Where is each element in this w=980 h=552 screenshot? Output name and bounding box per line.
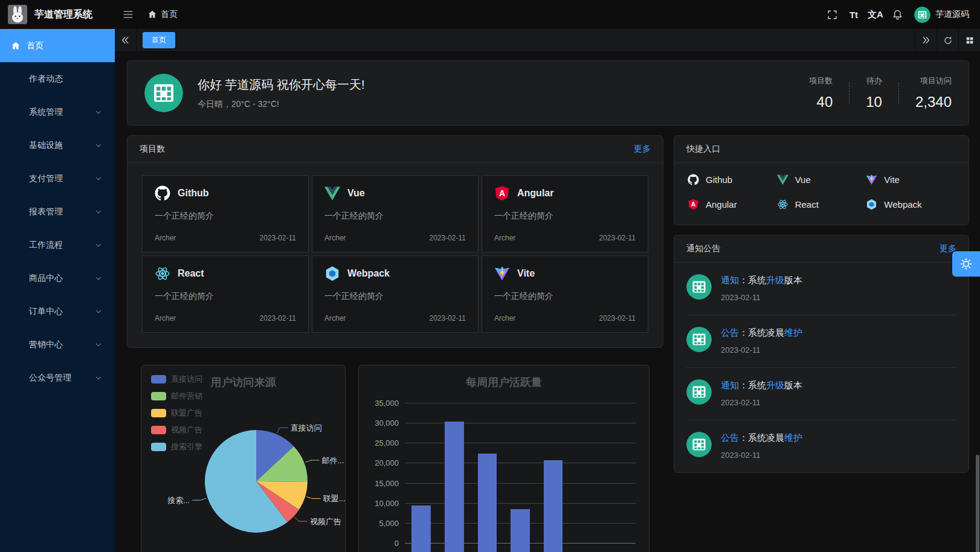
sidebar-item-marketing-center[interactable]: 营销中心 [0,328,115,361]
refresh-icon[interactable] [936,29,958,52]
bar-slot [405,419,438,552]
project-card-react[interactable]: React 一个正经的简介 Archer2023-02-11 [142,255,309,333]
legend-label: 搜索引擎 [171,441,202,452]
project-desc: 一个正经的简介 [494,291,636,302]
chevron-down-icon [94,274,103,283]
settings-drawer-button[interactable] [952,251,980,277]
project-name: Angular [517,188,553,199]
y-tick-label: 0 [395,539,399,548]
react-icon [155,266,170,281]
scrollbar-thumb[interactable] [976,455,979,552]
notice-item[interactable]: 公告：系统凌晨维护 2023-02-11 [686,315,956,367]
charts-row: 用户访问来源 直接访问邮件营销联盟广告视频广告搜索引擎 直接访问邮件...联盟.… [141,365,650,552]
locale-icon[interactable]: 文A [865,0,886,29]
notice-title: 公告：系统凌晨维护 [721,327,802,339]
fullscreen-icon[interactable] [821,0,843,29]
angular-icon [688,199,699,210]
sidebar-item-system-mgmt[interactable]: 系统管理 [0,95,115,129]
sidebar: 首页 作者动态 系统管理 基础设施 支付管理 报表管理 工作流程 [0,29,115,552]
legend-label: 直接访问 [171,374,202,385]
legend-item[interactable]: 联盟广告 [151,408,202,419]
panel-title: 通知公告 [686,243,720,254]
content-columns: 项目数 更多 Github 一个正经的简介 Archer2023-02-11 [127,135,969,552]
project-desc: 一个正经的简介 [155,211,296,222]
pie-chart-legend[interactable]: 直接访问邮件营销联盟广告视频广告搜索引擎 [151,374,202,458]
shortcut-vite[interactable]: Vite [866,174,955,185]
gridline [405,403,636,403]
notice-date: 2023-02-11 [721,451,802,460]
project-card-angular[interactable]: Angular 一个正经的简介 Archer2023-02-11 [482,175,648,252]
bar-slot [504,419,537,552]
breadcrumb[interactable]: 首页 [147,9,178,20]
user-menu[interactable]: 芋道源码 [914,7,969,23]
panel-title: 项目数 [140,144,165,155]
tags-view-bar: 首页 [115,29,980,52]
project-name: Webpack [347,268,390,279]
stat-value: 2,340 [915,94,952,111]
tabs-scroll-right-icon[interactable] [915,29,936,52]
sidebar-item-payment-mgmt[interactable]: 支付管理 [0,162,115,195]
pie-label: 搜索... [167,496,190,505]
sidebar-item-infrastructure[interactable]: 基础设施 [0,129,115,162]
tab-home[interactable]: 首页 [143,32,175,48]
stat-label: 项目访问 [915,75,952,86]
project-card-vue[interactable]: Vue 一个正经的简介 Archer2023-02-11 [312,175,479,252]
bar-chart: 05,00010,00015,00020,00025,00030,00035,0… [367,403,636,552]
username: 芋道源码 [935,9,969,20]
project-card-webpack[interactable]: Webpack 一个正经的简介 Archer2023-02-11 [312,255,479,333]
chevron-down-icon [94,241,103,249]
projects-more-link[interactable]: 更多 [634,144,651,155]
legend-item[interactable]: 搜索引擎 [151,441,202,452]
y-tick-label: 35,000 [375,399,399,408]
sidebar-item-official-account[interactable]: 公众号管理 [0,361,115,394]
project-date: 2023-02-11 [260,234,297,242]
legend-item[interactable]: 邮件营销 [151,391,202,402]
sidebar-item-home[interactable]: 首页 [0,29,115,62]
bar-slot [438,419,471,552]
breadcrumb-label: 首页 [161,9,178,20]
shortcut-github[interactable]: Github [688,174,777,185]
bar-slot [570,419,603,552]
pie-label-line [277,428,288,433]
font-size-icon[interactable]: Tt [843,0,865,29]
notice-item[interactable]: 公告：系统凌晨维护 2023-02-11 [686,420,956,472]
shortcut-react[interactable]: React [777,199,866,210]
vue-icon [777,174,788,185]
notice-item[interactable]: 通知：系统升级版本 2023-02-11 [686,367,956,420]
shortcut-vue[interactable]: Vue [777,174,866,185]
shortcut-angular[interactable]: Angular [688,199,777,210]
vite-icon [494,266,510,281]
sidebar-item-workflow[interactable]: 工作流程 [0,228,115,262]
notification-bell-icon[interactable] [886,0,908,29]
tabs-scroll-left-icon[interactable] [115,29,137,52]
project-author: Archer [494,234,515,242]
vue-icon [324,185,340,201]
sidebar-item-label: 商品中心 [29,273,63,284]
bar-slot [471,419,504,552]
sidebar-item-label: 支付管理 [29,173,63,184]
project-name: React [178,268,204,279]
shortcut-webpack[interactable]: Webpack [866,199,955,210]
sidebar-item-label: 首页 [27,40,44,51]
projects-panel: 项目数 更多 Github 一个正经的简介 Archer2023-02-11 [127,135,663,348]
legend-item[interactable]: 直接访问 [151,374,202,385]
projects-grid: Github 一个正经的简介 Archer2023-02-11 Vue 一个正经… [127,163,663,347]
notice-title: 公告：系统凌晨维护 [721,432,802,444]
sidebar-item-order-center[interactable]: 订单中心 [0,295,115,328]
sidebar-item-report-mgmt[interactable]: 报表管理 [0,195,115,228]
chevron-down-icon [94,108,103,117]
bar-chart-card: 每周用户活跃量 05,00010,00015,00020,00025,00030… [358,365,650,552]
legend-item[interactable]: 视频广告 [151,425,202,435]
sidebar-item-author-news[interactable]: 作者动态 [0,62,115,95]
notice-item[interactable]: 通知：系统升级版本 2023-02-11 [686,263,956,315]
menu-fold-icon[interactable] [122,8,134,21]
bar-chart-y-axis: 05,00010,00015,00020,00025,00030,00035,0… [367,403,405,552]
react-icon [777,199,788,210]
project-card-vite[interactable]: Vite 一个正经的简介 Archer2023-02-11 [482,255,648,333]
layout-grid-icon[interactable] [958,29,980,52]
project-card-github[interactable]: Github 一个正经的简介 Archer2023-02-11 [142,175,309,252]
sidebar-item-product-center[interactable]: 商品中心 [0,262,115,295]
chevron-down-icon [94,374,103,382]
brand: 芋道管理系统 [0,5,115,24]
y-tick-label: 10,000 [375,498,399,507]
